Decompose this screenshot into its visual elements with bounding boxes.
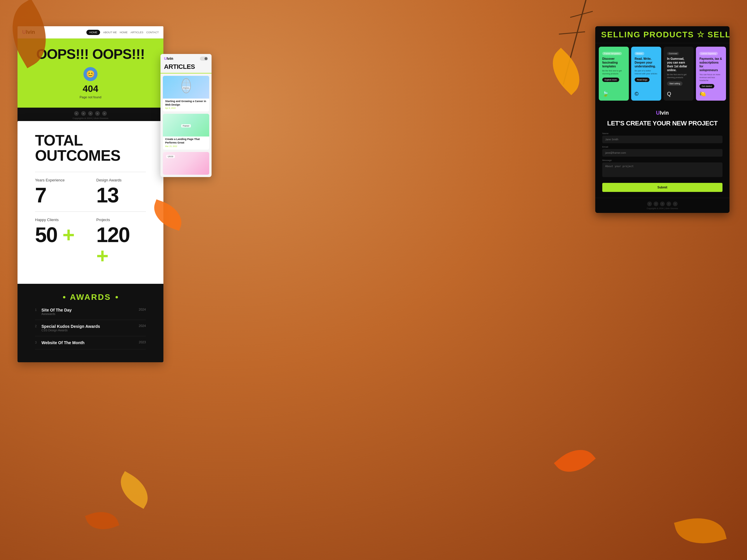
contact-logo-u: U <box>656 110 660 116</box>
article-image-figma: Figma <box>163 76 209 99</box>
articles-nav: ARTICLES <box>160 63 211 74</box>
award-name-1: Site Of The Day <box>42 308 139 312</box>
article-card-2[interactable]: Framer Create a Landing Page That Perfor… <box>163 114 209 149</box>
product-card-motion[interactable]: Motion Read. Write. Deepen your understa… <box>631 47 661 101</box>
articles-logo-rest: lvin <box>166 56 173 61</box>
social-icons: ▪ ▪ ▪ ▪ ▪ <box>21 111 160 116</box>
framer-icon: 🍃 <box>602 91 625 97</box>
message-textarea[interactable] <box>602 162 722 177</box>
article-title-2: Create a Landing Page That Performs Grea… <box>165 138 207 144</box>
footer-linkedin-icon[interactable]: ▪ <box>660 202 665 206</box>
articles-header: Ulvin <box>160 54 211 63</box>
awards-section: AWARDS 1 Site Of The Day Awwwards 2024 2… <box>18 284 163 362</box>
contact-section: Ulvin LET'S CREATE YOUR NEW PROJECT Name… <box>595 104 729 197</box>
article-tag-uxui: UX/UI <box>166 155 175 158</box>
instagram-icon[interactable]: ▪ <box>74 111 79 116</box>
awards-value: 13 <box>96 185 146 206</box>
email-label: Email <box>602 145 722 148</box>
outcomes-item-projects: Projects 120 + <box>91 211 146 272</box>
product-cta-motion[interactable]: Read blogs <box>635 78 649 82</box>
linkedin-icon[interactable]: ▪ <box>88 111 93 116</box>
product-desc-framer: Be the first one to get stunning product… <box>602 70 625 75</box>
youtube-icon[interactable]: ▪ <box>95 111 100 116</box>
outcomes-main: TOTAL OUTCOMES Years Experience 7 Design… <box>18 121 163 284</box>
outcomes-item-years: Years Experience 7 <box>35 172 91 211</box>
name-label: Name <box>602 132 722 135</box>
projects-label: Projects <box>96 218 146 222</box>
product-card-framer[interactable]: Framer templates Discover fascinating te… <box>599 47 629 101</box>
awards-title: AWARDS <box>70 293 111 302</box>
article-body-1: Starting and Growing a Career in Web Des… <box>163 99 209 111</box>
footer-github-icon[interactable]: ▪ <box>673 202 677 206</box>
ticker-text: SELLING PRODUCTS ☆ SELLING P <box>601 30 724 39</box>
footer-twitter-icon[interactable]: ▪ <box>654 202 658 206</box>
nav-item-home-active[interactable]: HOME <box>86 30 100 35</box>
contact-title: LET'S CREATE YOUR NEW PROJECT <box>602 119 722 127</box>
award-name-2: Special Kudos Design Awards <box>42 324 139 329</box>
article-image-framer: Framer <box>163 114 209 136</box>
nav-item-about[interactable]: ABOUT ME <box>103 31 117 34</box>
email-field: Email <box>602 145 722 157</box>
awards-dot-left <box>63 296 66 298</box>
award-org-2: CSS Design Awards <box>42 329 139 332</box>
awards-dot-right <box>115 296 118 298</box>
product-cta-lemon[interactable]: Get started <box>699 84 714 88</box>
article-date-1: Apr 8, 2022 <box>165 107 207 109</box>
contact-logo-rest: lvin <box>660 110 669 116</box>
projects-plus: + <box>96 244 108 267</box>
email-input[interactable] <box>602 149 722 157</box>
award-info-1: Site Of The Day Awwwards <box>42 308 139 316</box>
outcomes-item-awards: Design Awards 13 <box>91 172 146 211</box>
motion-icon: © <box>635 91 658 97</box>
article-image-uxui: UX/UI <box>163 152 209 175</box>
gumroad-icon: Q <box>667 91 690 97</box>
product-tag-lemon: Lemon Squeezy <box>699 52 718 55</box>
product-tag-motion: Motion <box>635 52 644 55</box>
award-item-2: 2 Special Kudos Design Awards CSS Design… <box>35 324 146 336</box>
footer-copyright: Copyrights & 2024 | Ulvin Gnomos <box>599 207 726 209</box>
submit-button[interactable]: Submit <box>602 183 722 192</box>
avatar: 😊 <box>83 67 98 81</box>
award-info-2: Special Kudos Design Awards CSS Design A… <box>42 324 139 332</box>
article-body-2: Create a Landing Page That Performs Grea… <box>163 136 209 149</box>
twitter-icon[interactable]: ▪ <box>81 111 86 116</box>
theme-toggle[interactable] <box>200 57 208 61</box>
product-desc-motion: Be part of a better internet with your a… <box>635 70 658 75</box>
outcomes-item-clients: Happy Clients 50 + <box>35 211 91 272</box>
award-num-2: 2 <box>35 325 38 328</box>
product-title-framer: Discover fascinating templates <box>602 57 625 68</box>
award-item-3: 3 Website Of The Month 2023 <box>35 340 146 349</box>
nav-item-articles[interactable]: ARTICLES <box>130 31 143 34</box>
article-date-2: Mar 15, 2022 <box>165 145 207 147</box>
article-title-1: Starting and Growing a Career in Web Des… <box>165 100 207 106</box>
footer-social-icons: ▪ ▪ ▪ ▪ ▪ <box>599 202 726 206</box>
product-card-lemon[interactable]: Lemon Squeezy Payments, tax & subscripti… <box>696 47 726 101</box>
card-outcomes: TOTAL OUTCOMES Years Experience 7 Design… <box>18 121 163 362</box>
github-icon[interactable]: ▪ <box>102 111 107 116</box>
product-title-motion: Read. Write. Deepen your understanding. <box>635 57 658 68</box>
card-dark: SELLING PRODUCTS ☆ SELLING P Framer temp… <box>595 26 729 213</box>
award-name-3: Website Of The Month <box>42 340 139 345</box>
projects-value: 120 + <box>96 224 146 266</box>
article-card-1[interactable]: Figma Starting and Growing a Career in W… <box>163 76 209 111</box>
award-year-1: 2024 <box>139 308 146 311</box>
product-cta-gumroad[interactable]: Start selling <box>667 81 682 86</box>
footer-youtube-icon[interactable]: ▪ <box>667 202 671 206</box>
product-title-lemon: Payments, tax & subscriptions for solopr… <box>699 57 722 72</box>
product-cta-framer[interactable]: Explore more <box>602 78 619 82</box>
years-value: 7 <box>35 185 91 206</box>
name-input[interactable] <box>602 136 722 143</box>
article-card-3[interactable]: UX/UI <box>163 152 209 175</box>
articles-page-title: ARTICLES <box>164 63 208 71</box>
product-desc-gumroad: Be the first one to get stunning product… <box>667 73 690 79</box>
contact-logo: Ulvin <box>602 110 722 116</box>
clients-value: 50 + <box>35 224 91 245</box>
product-tag-gumroad: Gumroad <box>667 52 679 55</box>
nav-item-home2[interactable]: HOME <box>120 31 128 34</box>
nav-item-contact[interactable]: CONTACT <box>146 31 159 34</box>
clients-plus: + <box>57 223 74 246</box>
footer-instagram-icon[interactable]: ▪ <box>647 202 652 206</box>
product-card-gumroad[interactable]: Gumroad In Gumroad, you can earn their 1… <box>664 47 694 101</box>
product-tag-framer: Framer templates <box>602 52 622 55</box>
award-info-3: Website Of The Month <box>42 340 139 345</box>
